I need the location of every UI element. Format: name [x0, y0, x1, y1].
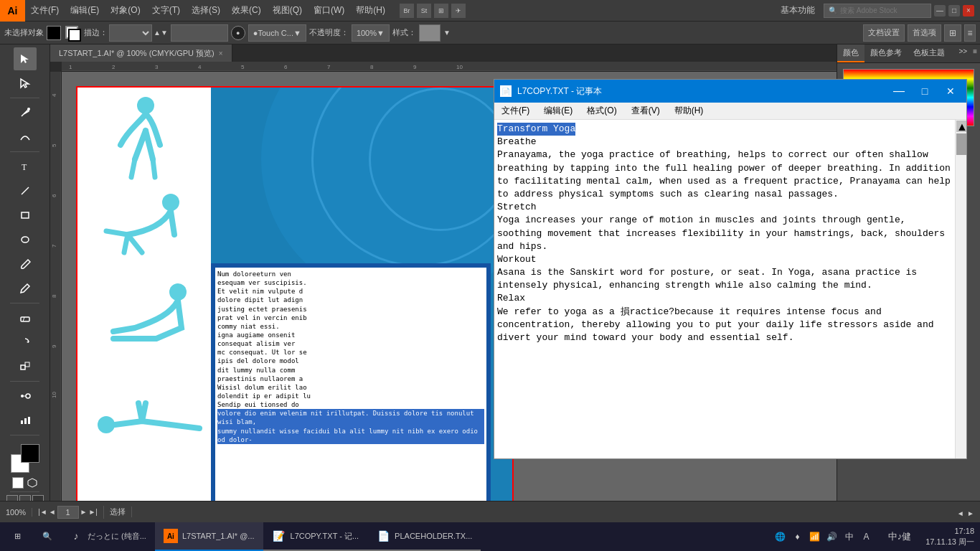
- taskbar-item-notepad[interactable]: 📝 L7COPY.TXT - 记...: [263, 522, 368, 551]
- prev-page-btn[interactable]: |◄: [38, 508, 47, 516]
- type-tool-btn[interactable]: T: [14, 155, 37, 178]
- taskbar-clock[interactable]: 17:18 17.11.13 周一: [920, 526, 980, 548]
- next-btn[interactable]: ►: [80, 508, 88, 516]
- stock-icon[interactable]: St: [417, 4, 431, 18]
- pen-tool-btn[interactable]: [14, 101, 37, 124]
- curvature-tool-btn[interactable]: [14, 126, 37, 149]
- line-tool-btn[interactable]: [14, 179, 37, 202]
- tray-wifi-icon[interactable]: 📶: [808, 529, 822, 544]
- restore-app-btn[interactable]: □: [948, 5, 960, 17]
- svg-text:6: 6: [51, 194, 57, 197]
- tray-chinese-icon[interactable]: 中: [842, 529, 857, 544]
- notepad-close-btn[interactable]: ✕: [941, 81, 961, 101]
- menu-help[interactable]: 帮助(H): [350, 0, 391, 22]
- tool-separator-1: [10, 98, 39, 98]
- taskbar-search-icon: 🔍: [42, 532, 52, 541]
- panel-expand-btn[interactable]: >>: [956, 44, 970, 62]
- send-icon[interactable]: ✈: [451, 4, 466, 18]
- swap-colors-btn[interactable]: [12, 477, 24, 489]
- extra-options-btn[interactable]: ⊞: [944, 24, 961, 42]
- menu-file[interactable]: 文件(F): [25, 0, 65, 22]
- doc-tab-item[interactable]: L7START_1.AI* @ 100% (CMYK/GPU 预览) ×: [50, 44, 232, 62]
- taskbar-item-placeholder[interactable]: 📄 PLACEHOLDER.TX...: [367, 522, 481, 551]
- menu-effect[interactable]: 效果(C): [226, 0, 267, 22]
- artboard-nav: ◄ ►: [951, 506, 980, 519]
- grid-icon[interactable]: ⊞: [434, 4, 448, 18]
- panel-tab-color[interactable]: 颜色: [837, 44, 864, 62]
- color-bar[interactable]: [171, 24, 228, 42]
- taskbar-lang-btn[interactable]: 中♪健: [880, 522, 920, 551]
- menu-view[interactable]: 视图(Q): [267, 0, 308, 22]
- default-colors-btn[interactable]: [27, 477, 38, 489]
- direct-selection-tool-btn[interactable]: [14, 72, 37, 95]
- doc-tab-close-btn[interactable]: ×: [219, 50, 223, 57]
- scale-tool-btn[interactable]: [14, 355, 37, 378]
- notepad-menu-help[interactable]: 帮助(H): [667, 103, 711, 120]
- style-swatch[interactable]: [419, 24, 440, 42]
- tray-antivirus-icon[interactable]: A: [859, 529, 874, 544]
- notepad-breathe-heading: Breathe: [497, 136, 537, 147]
- ellipse-tool-btn[interactable]: [14, 228, 37, 251]
- stroke-indicator[interactable]: [64, 24, 81, 42]
- preferences-btn[interactable]: 首选项: [908, 24, 941, 42]
- panel-options-btn[interactable]: ≡: [964, 24, 976, 42]
- tray-app1-icon[interactable]: ♦: [791, 529, 805, 544]
- svg-rect-33: [28, 417, 30, 424]
- notepad-minimize-btn[interactable]: —: [889, 81, 909, 101]
- taskbar-start-btn[interactable]: ⊞: [0, 522, 34, 551]
- blend-tool-btn[interactable]: [14, 385, 37, 408]
- fill-color-swatch[interactable]: [47, 26, 61, 40]
- notepad-scrollbar[interactable]: ▲: [955, 120, 966, 458]
- zoom-percent[interactable]: 100%: [0, 508, 32, 517]
- notepad-menu-format[interactable]: 格式(O): [580, 103, 623, 120]
- stroke-select[interactable]: [109, 24, 152, 42]
- rotate-tool-btn[interactable]: [14, 331, 37, 354]
- scroll-thumb[interactable]: [956, 133, 966, 155]
- scroll-up-btn[interactable]: ▲: [956, 121, 966, 132]
- notepad-menu-file[interactable]: 文件(F): [494, 103, 537, 120]
- search-stock-input[interactable]: [840, 6, 926, 14]
- music-app-label: だっとに (纯音...: [88, 531, 146, 542]
- color-circle-btn[interactable]: ●: [231, 26, 245, 40]
- svg-text:5: 5: [51, 143, 57, 147]
- prev-btn[interactable]: ◄: [49, 508, 56, 516]
- notepad-breathe-text: Pranayama, the yoga practice of breathin…: [497, 149, 951, 199]
- svg-text:2: 2: [112, 64, 116, 70]
- taskbar-item-music[interactable]: ♪ だっとに (纯音...: [60, 522, 155, 551]
- pencil-tool-btn[interactable]: [14, 277, 37, 300]
- rect-tool-btn[interactable]: [14, 204, 37, 227]
- taskbar-item-illustrator[interactable]: Ai L7START_1.AI* @...: [155, 522, 263, 551]
- notepad-menu-edit[interactable]: 编辑(E): [537, 103, 580, 120]
- next-page-btn[interactable]: ►|: [88, 508, 98, 516]
- notepad-restore-btn[interactable]: □: [915, 81, 935, 101]
- notepad-menu-view[interactable]: 查看(V): [624, 103, 667, 120]
- notepad-content-area[interactable]: ▲ Transform Yoga Breathe Pranayama, the …: [494, 120, 966, 458]
- panel-tab-color-ref[interactable]: 颜色参考: [864, 44, 908, 62]
- ime-text: 中♪健: [888, 530, 912, 543]
- menu-text[interactable]: 文字(T): [146, 0, 186, 22]
- paintbrush-tool-btn[interactable]: [14, 253, 37, 276]
- taskbar-search-btn[interactable]: 🔍: [34, 522, 60, 551]
- doc-settings-btn[interactable]: 文档设置: [863, 24, 905, 42]
- close-app-btn[interactable]: ×: [963, 5, 974, 17]
- page-number-input[interactable]: [57, 506, 79, 519]
- foreground-color-swatch[interactable]: [21, 444, 39, 463]
- workspace-menu[interactable]: 基本功能: [775, 0, 821, 22]
- opacity-value[interactable]: 100% ▼: [352, 24, 390, 42]
- svg-text:10: 10: [51, 392, 57, 398]
- menu-select[interactable]: 选择(S): [186, 0, 226, 22]
- selection-tool-btn[interactable]: [14, 47, 37, 70]
- eraser-tool-btn[interactable]: [14, 306, 37, 329]
- menu-edit[interactable]: 编辑(E): [65, 0, 105, 22]
- tray-volume-icon[interactable]: 🔊: [825, 529, 839, 544]
- touch-btn[interactable]: ● Touch C... ▼: [248, 24, 306, 42]
- panel-menu-btn[interactable]: ≡: [970, 44, 980, 62]
- bridge-icon[interactable]: Br: [400, 4, 414, 18]
- minimize-app-btn[interactable]: —: [934, 5, 946, 17]
- menu-object[interactable]: 对象(O): [105, 0, 146, 22]
- color-swatches[interactable]: [11, 444, 39, 473]
- menu-window[interactable]: 窗口(W): [308, 0, 350, 22]
- tray-network-icon[interactable]: 🌐: [773, 529, 788, 544]
- column-graph-tool-btn[interactable]: [14, 409, 37, 432]
- panel-tab-swatch-theme[interactable]: 色板主题: [908, 44, 951, 62]
